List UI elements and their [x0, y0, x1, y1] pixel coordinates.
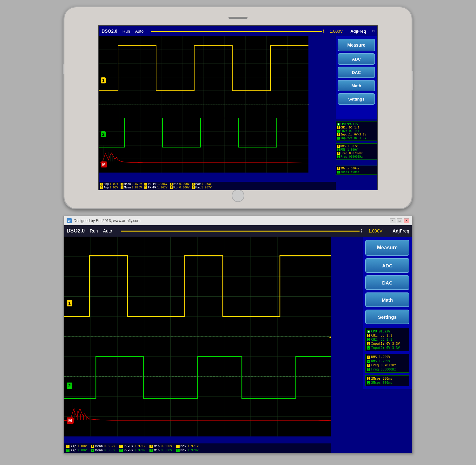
phone-power-button[interactable]: [412, 71, 413, 90]
pc-msps1: 2Msps 500ns: [371, 377, 392, 380]
phone-stat-pkpk1: 1 Pk-Pk 1.964V: [144, 182, 167, 186]
pc-minimize-button[interactable]: −: [390, 218, 395, 223]
pc-right-panel: Measure ADC DAC Math Settings ■ CPU 91.2…: [363, 237, 412, 389]
phone-msps1: 2Msps 500ns: [340, 167, 360, 170]
phone-math-button[interactable]: Math: [338, 80, 375, 91]
pc-dso-header: DSO2.0 Run Auto ⌇ 1.000V AdjFreq: [64, 225, 412, 237]
phone-input2-text: Input2: 0V-3.3V: [340, 136, 366, 140]
pc-dac-button[interactable]: DAC: [365, 275, 409, 290]
phone-home-button[interactable]: [232, 189, 244, 202]
phone-input2-indicator: 2: [337, 137, 340, 140]
pc-titlebar-controls: − □ ✕: [390, 218, 409, 223]
pc-bottom-row1: 1 Amp 1.00V 1 Mean 0.862V 1 Pk-Pk 1.971V: [66, 444, 329, 448]
pc-titlebar-text: Designed by Eric2013, www.armfly.com: [74, 219, 141, 223]
phone-dso-screen: DSO2.0 Run Auto ⌇ 1.000V AdjFreq □: [99, 26, 377, 190]
phone-chm-label: M: [101, 161, 107, 167]
pc-stat-amp-r1: 1 Amp 1.00V: [66, 444, 87, 448]
phone-ch1-indicator: 1: [337, 126, 340, 129]
pc-rms2: RMS 1.299V: [371, 359, 390, 363]
phone-stat-max2: 1 Max 1.967V: [192, 186, 212, 189]
pc-rms-panel: 1 RMS 1.299V 2 RMS 1.299V 1 Freq 007812H…: [365, 354, 409, 373]
pc-osc-area: ◄ 1 2 M: [64, 237, 331, 436]
phone-status-panel: ■ CPU 99.71% 1 CH1: DC 1:1 2 CH2: DC 1:1…: [336, 121, 377, 141]
pc-status-panel: ■ CPU 91.22% 1 CH1: DC 1:1 2 CH2: DC 1:1…: [365, 328, 409, 351]
pc-bottom-row2: 2 Amp 1.00V 2 Mean 0.863V 2 Pk-Pk 1.970V: [66, 449, 329, 452]
pc-freq1: Freq 007812Hz: [371, 363, 396, 367]
phone-ch2-status-indicator: 2: [337, 130, 340, 133]
phone-trigger-line: ⌇: [151, 31, 322, 32]
pc-dso-screen: DSO2.0 Run Auto ⌇ 1.000V AdjFreq: [64, 225, 412, 453]
phone-stat-amp1: 1 Amp 1.00V: [100, 182, 118, 186]
pc-msps2: 2Msps 500ns: [371, 381, 392, 384]
phone-msps-panel: 1 2Msps 500ns 2 2Msps 500ns: [336, 166, 377, 175]
phone-freq1: Freq 008789Hz: [340, 152, 363, 155]
phone-dso-header: DSO2.0 Run Auto ⌇ 1.000V AdjFreq □: [99, 26, 377, 36]
phone-bottom-bar: 1 Amp 1.00V 1 Mean 0.872V 1 Pk-Pk 1.: [99, 182, 336, 190]
pc-input1-status: Input1: 0V-3.3V: [371, 342, 400, 345]
pc-stat-min-r1: 1 Min 0.000V: [149, 444, 172, 448]
phone-ch1-label: 1: [101, 77, 106, 83]
pc-chm-label: M: [67, 417, 74, 424]
phone-ch2-text: CH2: DC 1:1: [340, 129, 360, 133]
pc-trigger-line: ⌇: [121, 231, 359, 232]
pc-settings-button[interactable]: Settings: [365, 310, 409, 324]
pc-ch2-label: 2: [67, 383, 72, 389]
phone-dso-voltage: 1.000V: [330, 29, 343, 34]
pc-stat-pkpk-r2: 2 Pk-Pk 1.970V: [119, 449, 146, 452]
pc-adc-button[interactable]: ADC: [365, 258, 409, 273]
phone-osc-area: ◄ 1 2 M: [99, 36, 308, 173]
pc-math-button[interactable]: Math: [365, 292, 409, 307]
pc-titlebar: W Designed by Eric2013, www.armfly.com −…: [64, 216, 412, 225]
pc-window: W Designed by Eric2013, www.armfly.com −…: [63, 216, 413, 454]
phone-speaker: [228, 17, 248, 19]
phone-ch2-label: 2: [101, 131, 106, 137]
phone-stat-amp2: 1 Amp 1.00V: [100, 186, 118, 189]
phone-msps2: 2Msps 500ns: [340, 170, 360, 174]
phone-rms2: RMS 1.309V: [340, 148, 358, 151]
phone-stat-mean1: 1 Mean 0.872V: [121, 182, 142, 186]
pc-titlebar-left: W Designed by Eric2013, www.armfly.com: [67, 218, 141, 223]
phone-right-panel: Measure ADC DAC Math Settings: [336, 36, 377, 119]
pc-ch1-status: CH1: DC 1:1: [371, 334, 392, 337]
phone-measure-button[interactable]: Measure: [338, 39, 375, 51]
phone-stat-mean2: 1 Mean 0.875V: [121, 186, 142, 189]
phone-input1-indicator: 1: [337, 133, 340, 136]
pc-dso-run: Run: [90, 228, 98, 233]
pc-close-button[interactable]: ✕: [404, 218, 409, 223]
pc-grid-svg: ◄: [64, 237, 331, 436]
phone-cpu-text: CPU 99.71%: [340, 122, 358, 126]
pc-dso-voltage: 1.000V: [368, 228, 382, 233]
phone-rms-panel: 1 RMS 1.307V 1 RMS 1.309V 1 Freq 008789H…: [336, 143, 377, 160]
phone-settings-button[interactable]: Settings: [338, 93, 375, 105]
phone-freq2: Freq 000000Hz: [340, 155, 363, 158]
pc-stat-min-r2: 2 Min 0.000V: [149, 449, 172, 452]
pc-dso-title: DSO2.0: [67, 228, 85, 234]
pc-titlebar-icon: W: [67, 218, 72, 223]
phone-stat-min2: 1 Min 0.000V: [170, 186, 190, 189]
phone-cpu-indicator: ■: [337, 123, 340, 126]
phone-volume-button[interactable]: [63, 64, 64, 74]
pc-measure-button[interactable]: Measure: [365, 240, 409, 256]
phone-input1-text: Input1: 0V-3.3V: [340, 133, 366, 136]
pc-rms1: RMS 1.299V: [371, 355, 390, 359]
svg-text:◄: ◄: [328, 334, 331, 340]
phone-adc-button[interactable]: ADC: [338, 53, 375, 65]
pc-dso-auto: Auto: [103, 228, 112, 233]
pc-dso-adjfreq: AdjFreq: [393, 228, 409, 233]
pc-stat-amp-r2: 2 Amp 1.00V: [66, 449, 87, 452]
phone-device: DSO2.0 Run Auto ⌇ 1.000V AdjFreq □: [63, 6, 413, 209]
phone-dac-button[interactable]: DAC: [338, 67, 375, 78]
pc-stat-max-r2: 2 Max 1.970V: [176, 449, 199, 452]
pc-maximize-button[interactable]: □: [397, 218, 402, 223]
phone-grid-svg: ◄: [99, 36, 308, 173]
svg-text:◄: ◄: [307, 102, 308, 106]
phone-dso-run: Run: [122, 29, 130, 34]
phone-stat-pkpk2: 1 Pk-Pk 1.967V: [144, 186, 167, 189]
phone-stat-min1: 1 Min 0.000V: [170, 182, 190, 186]
pc-ch2-status: CH2: DC 1:1: [371, 338, 392, 341]
pc-stat-max-r1: 1 Max 1.971V: [176, 444, 199, 448]
phone-rms1: RMS 1.307V: [340, 145, 358, 148]
pc-ch1-label: 1: [67, 300, 72, 306]
pc-msps-panel: 1 2Msps 500ns 2 2Msps 500ns: [365, 375, 409, 386]
pc-stat-pkpk-r1: 1 Pk-Pk 1.971V: [119, 444, 146, 448]
